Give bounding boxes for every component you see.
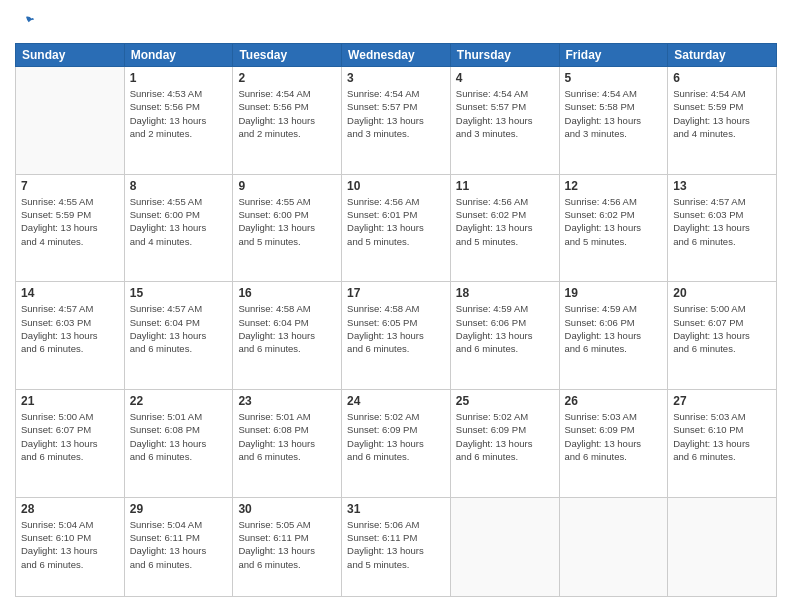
day-number: 27 [673, 394, 771, 408]
day-number: 4 [456, 71, 554, 85]
calendar-cell: 27Sunrise: 5:03 AM Sunset: 6:10 PM Dayli… [668, 390, 777, 498]
day-number: 3 [347, 71, 445, 85]
day-number: 23 [238, 394, 336, 408]
day-number: 20 [673, 286, 771, 300]
day-header-monday: Monday [124, 44, 233, 67]
calendar-week-row: 28Sunrise: 5:04 AM Sunset: 6:10 PM Dayli… [16, 497, 777, 596]
day-number: 18 [456, 286, 554, 300]
calendar-cell: 22Sunrise: 5:01 AM Sunset: 6:08 PM Dayli… [124, 390, 233, 498]
day-info: Sunrise: 5:05 AM Sunset: 6:11 PM Dayligh… [238, 518, 336, 571]
calendar-cell [450, 497, 559, 596]
calendar-cell: 13Sunrise: 4:57 AM Sunset: 6:03 PM Dayli… [668, 174, 777, 282]
day-header-thursday: Thursday [450, 44, 559, 67]
day-number: 19 [565, 286, 663, 300]
day-header-tuesday: Tuesday [233, 44, 342, 67]
day-info: Sunrise: 4:57 AM Sunset: 6:03 PM Dayligh… [673, 195, 771, 248]
calendar-cell: 12Sunrise: 4:56 AM Sunset: 6:02 PM Dayli… [559, 174, 668, 282]
calendar-cell: 7Sunrise: 4:55 AM Sunset: 5:59 PM Daylig… [16, 174, 125, 282]
calendar-cell: 26Sunrise: 5:03 AM Sunset: 6:09 PM Dayli… [559, 390, 668, 498]
day-info: Sunrise: 5:01 AM Sunset: 6:08 PM Dayligh… [238, 410, 336, 463]
calendar-header-row: SundayMondayTuesdayWednesdayThursdayFrid… [16, 44, 777, 67]
calendar-cell: 24Sunrise: 5:02 AM Sunset: 6:09 PM Dayli… [342, 390, 451, 498]
calendar-cell: 1Sunrise: 4:53 AM Sunset: 5:56 PM Daylig… [124, 67, 233, 175]
calendar-cell [668, 497, 777, 596]
day-info: Sunrise: 4:54 AM Sunset: 5:58 PM Dayligh… [565, 87, 663, 140]
day-info: Sunrise: 4:55 AM Sunset: 6:00 PM Dayligh… [130, 195, 228, 248]
calendar-cell: 30Sunrise: 5:05 AM Sunset: 6:11 PM Dayli… [233, 497, 342, 596]
day-header-saturday: Saturday [668, 44, 777, 67]
calendar-table: SundayMondayTuesdayWednesdayThursdayFrid… [15, 43, 777, 597]
calendar-cell: 18Sunrise: 4:59 AM Sunset: 6:06 PM Dayli… [450, 282, 559, 390]
day-number: 25 [456, 394, 554, 408]
day-info: Sunrise: 4:57 AM Sunset: 6:04 PM Dayligh… [130, 302, 228, 355]
day-info: Sunrise: 4:58 AM Sunset: 6:05 PM Dayligh… [347, 302, 445, 355]
day-number: 30 [238, 502, 336, 516]
day-number: 7 [21, 179, 119, 193]
calendar-cell: 21Sunrise: 5:00 AM Sunset: 6:07 PM Dayli… [16, 390, 125, 498]
day-info: Sunrise: 4:56 AM Sunset: 6:01 PM Dayligh… [347, 195, 445, 248]
day-info: Sunrise: 5:04 AM Sunset: 6:11 PM Dayligh… [130, 518, 228, 571]
day-info: Sunrise: 4:54 AM Sunset: 5:57 PM Dayligh… [347, 87, 445, 140]
logo [15, 15, 35, 33]
day-info: Sunrise: 4:54 AM Sunset: 5:57 PM Dayligh… [456, 87, 554, 140]
day-number: 14 [21, 286, 119, 300]
day-number: 11 [456, 179, 554, 193]
calendar-cell: 3Sunrise: 4:54 AM Sunset: 5:57 PM Daylig… [342, 67, 451, 175]
day-info: Sunrise: 5:02 AM Sunset: 6:09 PM Dayligh… [456, 410, 554, 463]
calendar-cell: 28Sunrise: 5:04 AM Sunset: 6:10 PM Dayli… [16, 497, 125, 596]
day-number: 21 [21, 394, 119, 408]
calendar-cell: 5Sunrise: 4:54 AM Sunset: 5:58 PM Daylig… [559, 67, 668, 175]
day-info: Sunrise: 4:58 AM Sunset: 6:04 PM Dayligh… [238, 302, 336, 355]
day-number: 28 [21, 502, 119, 516]
day-number: 16 [238, 286, 336, 300]
calendar-cell: 8Sunrise: 4:55 AM Sunset: 6:00 PM Daylig… [124, 174, 233, 282]
day-info: Sunrise: 5:04 AM Sunset: 6:10 PM Dayligh… [21, 518, 119, 571]
day-info: Sunrise: 5:03 AM Sunset: 6:10 PM Dayligh… [673, 410, 771, 463]
calendar-cell: 29Sunrise: 5:04 AM Sunset: 6:11 PM Dayli… [124, 497, 233, 596]
day-number: 29 [130, 502, 228, 516]
calendar-cell: 11Sunrise: 4:56 AM Sunset: 6:02 PM Dayli… [450, 174, 559, 282]
day-info: Sunrise: 4:54 AM Sunset: 5:56 PM Dayligh… [238, 87, 336, 140]
calendar-cell: 31Sunrise: 5:06 AM Sunset: 6:11 PM Dayli… [342, 497, 451, 596]
calendar-week-row: 14Sunrise: 4:57 AM Sunset: 6:03 PM Dayli… [16, 282, 777, 390]
calendar-cell: 19Sunrise: 4:59 AM Sunset: 6:06 PM Dayli… [559, 282, 668, 390]
calendar-cell: 4Sunrise: 4:54 AM Sunset: 5:57 PM Daylig… [450, 67, 559, 175]
day-info: Sunrise: 4:57 AM Sunset: 6:03 PM Dayligh… [21, 302, 119, 355]
day-info: Sunrise: 4:56 AM Sunset: 6:02 PM Dayligh… [456, 195, 554, 248]
day-header-friday: Friday [559, 44, 668, 67]
calendar-week-row: 21Sunrise: 5:00 AM Sunset: 6:07 PM Dayli… [16, 390, 777, 498]
day-number: 9 [238, 179, 336, 193]
calendar-cell: 20Sunrise: 5:00 AM Sunset: 6:07 PM Dayli… [668, 282, 777, 390]
logo-bird-icon [17, 15, 35, 33]
day-info: Sunrise: 4:56 AM Sunset: 6:02 PM Dayligh… [565, 195, 663, 248]
day-number: 15 [130, 286, 228, 300]
day-info: Sunrise: 4:53 AM Sunset: 5:56 PM Dayligh… [130, 87, 228, 140]
calendar-cell [16, 67, 125, 175]
day-header-sunday: Sunday [16, 44, 125, 67]
day-info: Sunrise: 5:06 AM Sunset: 6:11 PM Dayligh… [347, 518, 445, 571]
day-info: Sunrise: 5:00 AM Sunset: 6:07 PM Dayligh… [673, 302, 771, 355]
day-number: 13 [673, 179, 771, 193]
day-info: Sunrise: 4:55 AM Sunset: 5:59 PM Dayligh… [21, 195, 119, 248]
header [15, 15, 777, 33]
calendar-cell: 16Sunrise: 4:58 AM Sunset: 6:04 PM Dayli… [233, 282, 342, 390]
day-info: Sunrise: 4:54 AM Sunset: 5:59 PM Dayligh… [673, 87, 771, 140]
day-info: Sunrise: 4:59 AM Sunset: 6:06 PM Dayligh… [456, 302, 554, 355]
day-number: 24 [347, 394, 445, 408]
day-info: Sunrise: 5:03 AM Sunset: 6:09 PM Dayligh… [565, 410, 663, 463]
day-number: 10 [347, 179, 445, 193]
day-info: Sunrise: 5:00 AM Sunset: 6:07 PM Dayligh… [21, 410, 119, 463]
day-number: 1 [130, 71, 228, 85]
day-info: Sunrise: 5:01 AM Sunset: 6:08 PM Dayligh… [130, 410, 228, 463]
calendar-cell: 15Sunrise: 4:57 AM Sunset: 6:04 PM Dayli… [124, 282, 233, 390]
day-number: 31 [347, 502, 445, 516]
calendar-cell: 14Sunrise: 4:57 AM Sunset: 6:03 PM Dayli… [16, 282, 125, 390]
day-number: 17 [347, 286, 445, 300]
calendar-week-row: 7Sunrise: 4:55 AM Sunset: 5:59 PM Daylig… [16, 174, 777, 282]
calendar-cell: 23Sunrise: 5:01 AM Sunset: 6:08 PM Dayli… [233, 390, 342, 498]
day-info: Sunrise: 5:02 AM Sunset: 6:09 PM Dayligh… [347, 410, 445, 463]
calendar-cell: 6Sunrise: 4:54 AM Sunset: 5:59 PM Daylig… [668, 67, 777, 175]
day-info: Sunrise: 4:55 AM Sunset: 6:00 PM Dayligh… [238, 195, 336, 248]
day-number: 26 [565, 394, 663, 408]
day-header-wednesday: Wednesday [342, 44, 451, 67]
